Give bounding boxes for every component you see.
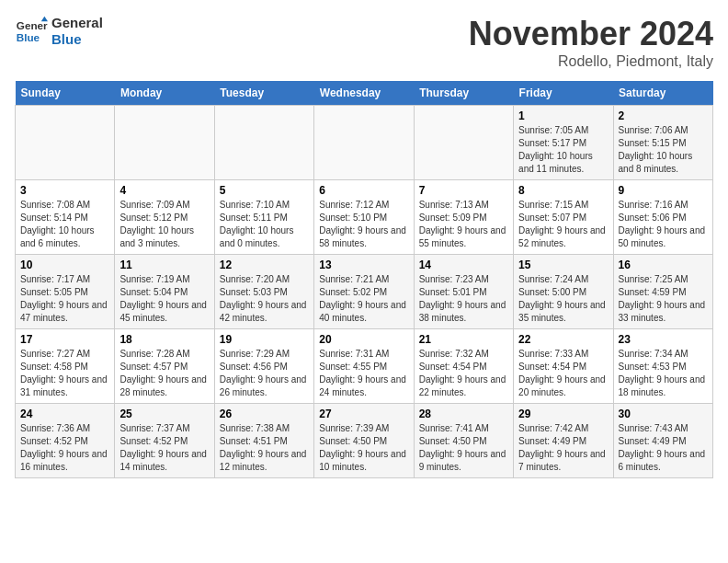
day-info: Sunrise: 7:10 AM Sunset: 5:11 PM Dayligh… — [220, 199, 309, 250]
day-info: Sunrise: 7:27 AM Sunset: 4:58 PM Dayligh… — [20, 348, 109, 399]
location-subtitle: Rodello, Piedmont, Italy — [469, 53, 713, 70]
day-number: 29 — [518, 408, 608, 420]
day-info: Sunrise: 7:31 AM Sunset: 4:55 PM Dayligh… — [319, 348, 408, 399]
day-number: 30 — [619, 408, 708, 420]
day-number: 18 — [119, 333, 209, 346]
day-info: Sunrise: 7:38 AM Sunset: 4:51 PM Dayligh… — [220, 422, 309, 474]
day-number: 13 — [319, 259, 408, 271]
day-number: 23 — [619, 333, 708, 346]
weekday-header-saturday: Saturday — [613, 81, 712, 106]
day-info: Sunrise: 7:12 AM Sunset: 5:10 PM Dayligh… — [319, 199, 408, 250]
calendar-cell — [414, 106, 513, 180]
calendar-cell: 22Sunrise: 7:33 AM Sunset: 4:54 PM Dayli… — [514, 329, 613, 404]
calendar-cell — [16, 106, 115, 180]
day-info: Sunrise: 7:24 AM Sunset: 5:00 PM Dayligh… — [518, 273, 608, 325]
calendar-cell: 2Sunrise: 7:06 AM Sunset: 5:15 PM Daylig… — [613, 106, 712, 180]
day-info: Sunrise: 7:36 AM Sunset: 4:52 PM Dayligh… — [20, 422, 109, 474]
day-number: 25 — [119, 408, 209, 420]
day-info: Sunrise: 7:13 AM Sunset: 5:09 PM Dayligh… — [419, 199, 508, 250]
day-number: 21 — [419, 333, 508, 346]
day-number: 7 — [419, 184, 508, 197]
day-number: 6 — [319, 184, 408, 197]
week-row-4: 17Sunrise: 7:27 AM Sunset: 4:58 PM Dayli… — [16, 329, 713, 404]
logo: General Blue General Blue — [15, 15, 103, 48]
day-number: 11 — [119, 259, 209, 271]
day-number: 14 — [419, 259, 508, 271]
day-info: Sunrise: 7:33 AM Sunset: 4:54 PM Dayligh… — [518, 348, 608, 399]
calendar-cell — [314, 106, 414, 180]
day-info: Sunrise: 7:21 AM Sunset: 5:02 PM Dayligh… — [319, 273, 408, 325]
calendar-cell: 23Sunrise: 7:34 AM Sunset: 4:53 PM Dayli… — [613, 329, 712, 404]
day-number: 24 — [20, 408, 109, 420]
day-number: 19 — [220, 333, 309, 346]
day-number: 4 — [119, 184, 209, 197]
calendar-cell: 28Sunrise: 7:41 AM Sunset: 4:50 PM Dayli… — [414, 404, 513, 478]
day-info: Sunrise: 7:29 AM Sunset: 4:56 PM Dayligh… — [220, 348, 309, 399]
calendar-cell: 6Sunrise: 7:12 AM Sunset: 5:10 PM Daylig… — [314, 180, 414, 255]
day-number: 5 — [220, 184, 309, 197]
calendar-cell: 18Sunrise: 7:28 AM Sunset: 4:57 PM Dayli… — [115, 329, 214, 404]
calendar-cell: 16Sunrise: 7:25 AM Sunset: 4:59 PM Dayli… — [613, 255, 712, 329]
svg-text:Blue: Blue — [17, 31, 40, 43]
day-number: 12 — [220, 259, 309, 271]
day-info: Sunrise: 7:16 AM Sunset: 5:06 PM Dayligh… — [619, 199, 708, 250]
calendar-cell: 14Sunrise: 7:23 AM Sunset: 5:01 PM Dayli… — [414, 255, 513, 329]
weekday-header-monday: Monday — [115, 81, 214, 106]
week-row-3: 10Sunrise: 7:17 AM Sunset: 5:05 PM Dayli… — [16, 255, 713, 329]
calendar-cell: 24Sunrise: 7:36 AM Sunset: 4:52 PM Dayli… — [16, 404, 115, 478]
calendar-cell: 4Sunrise: 7:09 AM Sunset: 5:12 PM Daylig… — [115, 180, 214, 255]
calendar-cell: 25Sunrise: 7:37 AM Sunset: 4:52 PM Dayli… — [115, 404, 214, 478]
day-info: Sunrise: 7:05 AM Sunset: 5:17 PM Dayligh… — [518, 124, 608, 176]
day-number: 3 — [20, 184, 109, 197]
calendar-cell: 12Sunrise: 7:20 AM Sunset: 5:03 PM Dayli… — [214, 255, 313, 329]
calendar-cell: 13Sunrise: 7:21 AM Sunset: 5:02 PM Dayli… — [314, 255, 414, 329]
day-info: Sunrise: 7:09 AM Sunset: 5:12 PM Dayligh… — [119, 199, 209, 250]
calendar-cell: 11Sunrise: 7:19 AM Sunset: 5:04 PM Dayli… — [115, 255, 214, 329]
day-number: 27 — [319, 408, 408, 420]
weekday-header-sunday: Sunday — [16, 81, 115, 106]
calendar-cell: 19Sunrise: 7:29 AM Sunset: 4:56 PM Dayli… — [214, 329, 313, 404]
calendar-cell: 21Sunrise: 7:32 AM Sunset: 4:54 PM Dayli… — [414, 329, 513, 404]
calendar-cell: 30Sunrise: 7:43 AM Sunset: 4:49 PM Dayli… — [613, 404, 712, 478]
week-row-2: 3Sunrise: 7:08 AM Sunset: 5:14 PM Daylig… — [16, 180, 713, 255]
week-row-1: 1Sunrise: 7:05 AM Sunset: 5:17 PM Daylig… — [16, 106, 713, 180]
calendar-cell — [115, 106, 214, 180]
day-info: Sunrise: 7:34 AM Sunset: 4:53 PM Dayligh… — [619, 348, 708, 399]
day-info: Sunrise: 7:15 AM Sunset: 5:07 PM Dayligh… — [518, 199, 608, 250]
day-number: 8 — [518, 184, 608, 197]
weekday-header-wednesday: Wednesday — [314, 81, 414, 106]
title-section: November 2024 Rodello, Piedmont, Italy — [469, 15, 713, 70]
calendar-cell: 1Sunrise: 7:05 AM Sunset: 5:17 PM Daylig… — [514, 106, 613, 180]
day-number: 2 — [619, 109, 708, 122]
calendar-body: 1Sunrise: 7:05 AM Sunset: 5:17 PM Daylig… — [16, 106, 713, 478]
month-title: November 2024 — [469, 15, 713, 53]
day-number: 20 — [319, 333, 408, 346]
calendar-cell: 26Sunrise: 7:38 AM Sunset: 4:51 PM Dayli… — [214, 404, 313, 478]
calendar-cell: 9Sunrise: 7:16 AM Sunset: 5:06 PM Daylig… — [613, 180, 712, 255]
day-number: 16 — [619, 259, 708, 271]
day-info: Sunrise: 7:20 AM Sunset: 5:03 PM Dayligh… — [220, 273, 309, 325]
calendar-cell: 5Sunrise: 7:10 AM Sunset: 5:11 PM Daylig… — [214, 180, 313, 255]
day-info: Sunrise: 7:06 AM Sunset: 5:15 PM Dayligh… — [619, 124, 708, 176]
logo-icon: General Blue — [15, 15, 48, 48]
calendar-cell: 8Sunrise: 7:15 AM Sunset: 5:07 PM Daylig… — [514, 180, 613, 255]
day-info: Sunrise: 7:42 AM Sunset: 4:49 PM Dayligh… — [518, 422, 608, 474]
day-number: 1 — [518, 109, 608, 122]
day-number: 26 — [220, 408, 309, 420]
calendar-cell: 17Sunrise: 7:27 AM Sunset: 4:58 PM Dayli… — [16, 329, 115, 404]
logo-text: General Blue — [51, 15, 103, 48]
day-info: Sunrise: 7:32 AM Sunset: 4:54 PM Dayligh… — [419, 348, 508, 399]
day-info: Sunrise: 7:43 AM Sunset: 4:49 PM Dayligh… — [619, 422, 708, 474]
day-number: 28 — [419, 408, 508, 420]
day-number: 22 — [518, 333, 608, 346]
calendar-cell: 10Sunrise: 7:17 AM Sunset: 5:05 PM Dayli… — [16, 255, 115, 329]
day-number: 9 — [619, 184, 708, 197]
day-info: Sunrise: 7:08 AM Sunset: 5:14 PM Dayligh… — [20, 199, 109, 250]
weekday-header-tuesday: Tuesday — [214, 81, 313, 106]
day-number: 15 — [518, 259, 608, 271]
day-info: Sunrise: 7:39 AM Sunset: 4:50 PM Dayligh… — [319, 422, 408, 474]
calendar-cell: 15Sunrise: 7:24 AM Sunset: 5:00 PM Dayli… — [514, 255, 613, 329]
calendar-cell — [214, 106, 313, 180]
day-info: Sunrise: 7:37 AM Sunset: 4:52 PM Dayligh… — [119, 422, 209, 474]
calendar-cell: 20Sunrise: 7:31 AM Sunset: 4:55 PM Dayli… — [314, 329, 414, 404]
